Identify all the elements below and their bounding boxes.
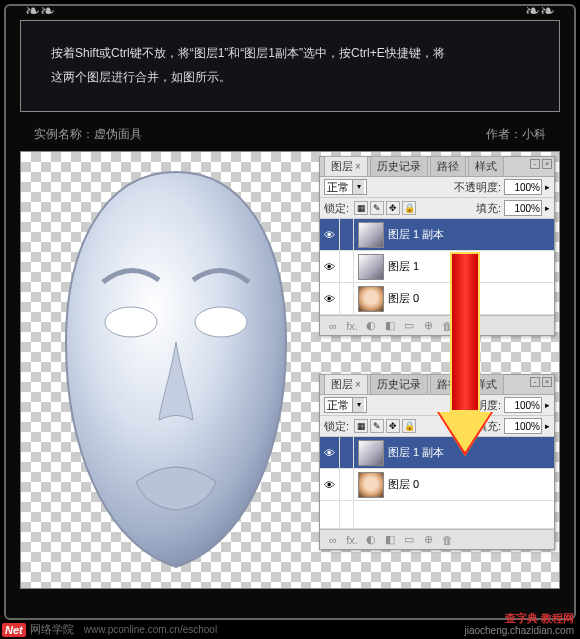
link-col[interactable] — [340, 251, 354, 282]
opacity-label: 不透明度: — [454, 398, 501, 413]
group-icon[interactable]: ▭ — [401, 319, 417, 332]
link-layers-icon[interactable]: ∞ — [325, 534, 341, 546]
fill-label: 填充: — [476, 201, 501, 216]
lock-pixels-icon[interactable]: ✎ — [370, 201, 384, 215]
visibility-eye-col[interactable] — [320, 501, 340, 528]
meta-bar: 实例名称：虚伪面具 作者：小科 — [14, 118, 566, 147]
link-col[interactable] — [340, 219, 354, 250]
pconline-logo: Net — [2, 623, 26, 637]
chevron-right-icon[interactable]: ▸ — [545, 421, 550, 431]
tab-styles[interactable]: 样式 — [468, 156, 504, 176]
opacity-input[interactable]: 100% — [504, 179, 542, 195]
watermark-right: 查字典 教程网 jiaocheng.chazidian.com — [464, 612, 574, 637]
lock-transparency-icon[interactable]: ▦ — [354, 419, 368, 433]
layer-row[interactable]: 👁 图层 1 副本 — [320, 219, 554, 251]
tab-close-icon[interactable]: × — [355, 161, 361, 172]
layer-row[interactable]: 👁 图层 1 副本 — [320, 437, 554, 469]
link-col[interactable] — [340, 437, 354, 468]
tab-paths[interactable]: 路径 — [430, 374, 466, 394]
panel-footer: ∞ fx. ◐ ◧ ▭ ⊕ 🗑 — [320, 315, 554, 335]
layer-name: 图层 0 — [388, 291, 419, 306]
layers-panel-before: 图层× 历史记录 路径 样式 -× 正常▾ 不透明度: 100% ▸ 锁定: ▦… — [319, 156, 555, 336]
fx-icon[interactable]: fx. — [344, 534, 360, 546]
lock-icons: ▦ ✎ ✥ 🔒 — [354, 419, 416, 433]
lock-all-icon[interactable]: 🔒 — [402, 419, 416, 433]
fx-icon[interactable]: fx. — [344, 320, 360, 332]
tab-layers[interactable]: 图层× — [324, 156, 368, 176]
adjustment-icon[interactable]: ◧ — [382, 319, 398, 332]
layer-thumb[interactable] — [358, 440, 384, 466]
chazidian-brand: 查字典 教程网 — [464, 612, 574, 625]
instruction-line1: 按着Shift或Ctrl键不放，将“图层1”和“图层1副本”选中，按Ctrl+E… — [51, 41, 544, 65]
layer-name: 图层 1 副本 — [388, 445, 444, 460]
lock-transparency-icon[interactable]: ▦ — [354, 201, 368, 215]
tab-close-icon[interactable]: × — [355, 379, 361, 390]
layer-row[interactable]: 👁 图层 1 — [320, 251, 554, 283]
trash-icon[interactable]: 🗑 — [439, 320, 455, 332]
watermark-left: Net 网络学院 www.pconline.com.cn/eschool — [2, 622, 217, 637]
lock-row: 锁定: ▦ ✎ ✥ 🔒 填充: 100% ▸ — [320, 198, 554, 219]
layer-row[interactable]: 👁 图层 0 — [320, 469, 554, 501]
chevron-right-icon[interactable]: ▸ — [545, 203, 550, 213]
lock-label: 锁定: — [324, 419, 349, 434]
layer-name: 图层 1 — [388, 259, 419, 274]
lock-icons: ▦ ✎ ✥ 🔒 — [354, 201, 416, 215]
lock-all-icon[interactable]: 🔒 — [402, 201, 416, 215]
panel-x-icon[interactable]: × — [542, 159, 552, 169]
layer-list-after: 👁 图层 1 副本 👁 图层 0 — [320, 437, 554, 529]
layer-thumb[interactable] — [358, 222, 384, 248]
opacity-input[interactable]: 100% — [504, 397, 542, 413]
visibility-eye-icon[interactable]: 👁 — [320, 251, 340, 282]
layer-row[interactable]: 👁 图层 0 — [320, 283, 554, 315]
tab-paths[interactable]: 路径 — [430, 156, 466, 176]
layers-panel-after: 图层× 历史记录 路径 样式 -× 正常▾ 不透明度: 100% ▸ 锁定: ▦… — [319, 374, 555, 550]
panel-window-controls: -× — [530, 159, 552, 169]
adjustment-icon[interactable]: ◧ — [382, 533, 398, 546]
lock-position-icon[interactable]: ✥ — [386, 201, 400, 215]
page-frame: ❧❧ ❧❧ 按着Shift或Ctrl键不放，将“图层1”和“图层1副本”选中，按… — [4, 4, 576, 620]
layer-thumb[interactable] — [358, 472, 384, 498]
example-name: 实例名称：虚伪面具 — [34, 126, 142, 143]
trash-icon[interactable]: 🗑 — [439, 534, 455, 546]
group-icon[interactable]: ▭ — [401, 533, 417, 546]
visibility-eye-icon[interactable]: 👁 — [320, 283, 340, 314]
fill-label: 填充: — [476, 419, 501, 434]
layer-name: 图层 0 — [388, 477, 419, 492]
lock-position-icon[interactable]: ✥ — [386, 419, 400, 433]
layer-row-empty[interactable] — [320, 501, 554, 529]
panel-min-icon[interactable]: - — [530, 377, 540, 387]
panel-x-icon[interactable]: × — [542, 377, 552, 387]
visibility-eye-icon[interactable]: 👁 — [320, 219, 340, 250]
tab-styles[interactable]: 样式 — [468, 374, 504, 394]
link-col[interactable] — [340, 469, 354, 500]
mask-illustration — [31, 162, 321, 582]
opacity-label: 不透明度: — [454, 180, 501, 195]
pconline-text: 网络学院 — [30, 622, 74, 637]
visibility-eye-icon[interactable]: 👁 — [320, 469, 340, 500]
link-col[interactable] — [340, 283, 354, 314]
blend-mode-dropdown[interactable]: 正常▾ — [324, 179, 367, 195]
fill-input[interactable]: 100% — [504, 200, 542, 216]
layer-list-before: 👁 图层 1 副本 👁 图层 1 👁 图层 0 — [320, 219, 554, 315]
visibility-eye-icon[interactable]: 👁 — [320, 437, 340, 468]
new-layer-icon[interactable]: ⊕ — [420, 319, 436, 332]
tab-history[interactable]: 历史记录 — [370, 156, 428, 176]
chevron-right-icon[interactable]: ▸ — [545, 182, 550, 192]
chevron-down-icon: ▾ — [352, 180, 364, 194]
fill-input[interactable]: 100% — [504, 418, 542, 434]
mask-icon[interactable]: ◐ — [363, 533, 379, 546]
new-layer-icon[interactable]: ⊕ — [420, 533, 436, 546]
link-layers-icon[interactable]: ∞ — [325, 320, 341, 332]
link-col[interactable] — [340, 501, 354, 528]
layer-thumb[interactable] — [358, 286, 384, 312]
tab-layers[interactable]: 图层× — [324, 374, 368, 394]
blend-mode-dropdown[interactable]: 正常▾ — [324, 397, 367, 413]
panel-min-icon[interactable]: - — [530, 159, 540, 169]
panel-window-controls: -× — [530, 377, 552, 387]
tab-history[interactable]: 历史记录 — [370, 374, 428, 394]
layer-thumb[interactable] — [358, 254, 384, 280]
lock-row: 锁定: ▦ ✎ ✥ 🔒 填充: 100% ▸ — [320, 416, 554, 437]
mask-icon[interactable]: ◐ — [363, 319, 379, 332]
lock-pixels-icon[interactable]: ✎ — [370, 419, 384, 433]
chevron-right-icon[interactable]: ▸ — [545, 400, 550, 410]
